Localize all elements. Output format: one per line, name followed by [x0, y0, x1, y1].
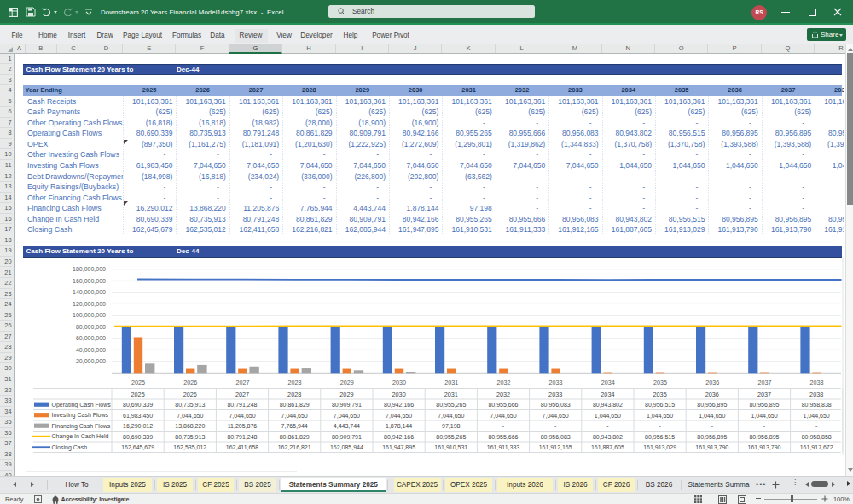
svg-text:161,913,029: 161,913,029 [643, 444, 676, 450]
svg-text:16,290,012: 16,290,012 [123, 423, 153, 429]
svg-text:80,956,895: 80,956,895 [749, 434, 779, 440]
svg-text:162,645,679: 162,645,679 [121, 444, 154, 450]
svg-text:7,044,650: 7,044,650 [543, 413, 569, 419]
svg-text:2030: 2030 [392, 379, 406, 386]
svg-text:80,791,248: 80,791,248 [227, 434, 257, 440]
svg-text:80,956,515: 80,956,515 [645, 402, 675, 408]
svg-text:80,956,515: 80,956,515 [645, 434, 675, 440]
svg-text:-: - [554, 423, 557, 429]
svg-text:80,956,083: 80,956,083 [541, 402, 571, 408]
svg-text:2035: 2035 [653, 379, 667, 386]
svg-text:80,956,895: 80,956,895 [749, 402, 779, 408]
svg-text:80,956,895: 80,956,895 [697, 402, 727, 408]
svg-text:120,000,000: 120,000,000 [73, 301, 106, 307]
svg-text:20,000,000: 20,000,000 [76, 358, 106, 364]
svg-text:162,535,012: 162,535,012 [173, 444, 206, 450]
svg-text:Financing Cash Flows: Financing Cash Flows [52, 423, 111, 430]
svg-text:1,044,650: 1,044,650 [595, 413, 621, 419]
svg-text:7,765,944: 7,765,944 [281, 423, 308, 429]
svg-text:80,958,858: 80,958,858 [802, 434, 832, 440]
svg-text:2033: 2033 [548, 391, 562, 398]
svg-text:2026: 2026 [183, 379, 197, 386]
svg-text:2036: 2036 [705, 379, 719, 386]
svg-text:1,044,650: 1,044,650 [699, 413, 725, 419]
svg-text:2037: 2037 [757, 391, 771, 398]
svg-text:2038: 2038 [810, 379, 824, 386]
svg-text:1,044,650: 1,044,650 [804, 413, 830, 419]
svg-text:80,909,791: 80,909,791 [332, 434, 362, 440]
svg-text:2031: 2031 [444, 391, 458, 398]
svg-text:80,791,248: 80,791,248 [227, 402, 257, 408]
svg-text:80,958,838: 80,958,838 [802, 402, 832, 408]
svg-text:161,917,672: 161,917,672 [800, 444, 833, 450]
svg-text:80,690,339: 80,690,339 [123, 434, 153, 440]
svg-text:161,913,790: 161,913,790 [695, 444, 728, 450]
svg-text:162,411,658: 162,411,658 [226, 444, 259, 450]
svg-text:Change In Cash Held: Change In Cash Held [52, 433, 109, 440]
svg-text:-: - [606, 423, 609, 429]
svg-text:1,878,144: 1,878,144 [386, 423, 412, 429]
svg-text:80,943,802: 80,943,802 [593, 434, 623, 440]
svg-text:2034: 2034 [601, 379, 615, 386]
svg-text:161,887,605: 161,887,605 [591, 444, 624, 450]
svg-text:-: - [502, 423, 505, 429]
svg-text:160,000,000: 160,000,000 [73, 278, 106, 284]
svg-text:11,205,876: 11,205,876 [228, 423, 258, 429]
svg-text:80,861,829: 80,861,829 [280, 434, 310, 440]
svg-text:7,044,650: 7,044,650 [229, 413, 255, 419]
svg-text:7,044,650: 7,044,650 [490, 413, 516, 419]
svg-text:2025: 2025 [131, 391, 144, 398]
svg-text:80,955,265: 80,955,265 [436, 402, 466, 408]
svg-text:80,942,166: 80,942,166 [384, 434, 414, 440]
svg-text:2027: 2027 [235, 391, 249, 398]
svg-text:162,216,821: 162,216,821 [278, 444, 311, 450]
svg-text:80,955,666: 80,955,666 [488, 434, 518, 440]
svg-text:7,044,650: 7,044,650 [386, 413, 412, 419]
svg-text:1,044,650: 1,044,650 [751, 413, 777, 419]
svg-text:2025: 2025 [131, 379, 145, 386]
svg-text:80,956,895: 80,956,895 [697, 434, 727, 440]
svg-text:61,983,450: 61,983,450 [123, 413, 153, 419]
svg-text:100,000,000: 100,000,000 [73, 312, 106, 318]
svg-text:80,956,083: 80,956,083 [541, 434, 571, 440]
svg-text:Operating Cash Flows: Operating Cash Flows [52, 402, 112, 408]
svg-text:2032: 2032 [496, 391, 510, 398]
svg-text:2035: 2035 [653, 391, 666, 398]
svg-text:2028: 2028 [287, 391, 301, 398]
svg-text:80,000,000: 80,000,000 [76, 324, 106, 330]
svg-text:60,000,000: 60,000,000 [76, 335, 106, 341]
svg-text:80,690,339: 80,690,339 [123, 402, 153, 408]
svg-text:40,000,000: 40,000,000 [76, 347, 106, 353]
svg-text:2036: 2036 [705, 391, 719, 398]
svg-text:140,000,000: 140,000,000 [73, 289, 106, 295]
svg-text:161,947,895: 161,947,895 [382, 444, 415, 450]
svg-text:2034: 2034 [601, 391, 614, 398]
svg-text:7,044,650: 7,044,650 [177, 413, 203, 419]
svg-text:80,955,265: 80,955,265 [436, 434, 466, 440]
svg-text:161,913,790: 161,913,790 [748, 444, 781, 450]
svg-text:80,955,666: 80,955,666 [488, 402, 518, 408]
svg-text:Closing Cash: Closing Cash [52, 444, 88, 451]
svg-text:-: - [815, 423, 818, 429]
svg-text:13,868,220: 13,868,220 [175, 423, 205, 429]
svg-text:161,911,333: 161,911,333 [487, 444, 520, 450]
svg-text:2030: 2030 [392, 391, 405, 398]
svg-text:2037: 2037 [757, 379, 771, 386]
svg-text:7,044,650: 7,044,650 [438, 413, 464, 419]
svg-text:2029: 2029 [340, 379, 354, 386]
svg-text:97,198: 97,198 [442, 423, 461, 429]
svg-text:2029: 2029 [339, 391, 353, 398]
svg-text:1,044,650: 1,044,650 [647, 413, 673, 419]
svg-text:162,085,944: 162,085,944 [330, 444, 363, 450]
svg-text:80,943,802: 80,943,802 [593, 402, 623, 408]
svg-text:80,909,791: 80,909,791 [332, 402, 362, 408]
svg-text:7,044,650: 7,044,650 [281, 413, 308, 419]
svg-text:80,735,913: 80,735,913 [175, 434, 205, 440]
svg-text:Investing Cash Flows: Investing Cash Flows [52, 412, 109, 419]
svg-text:180,000,000: 180,000,000 [73, 266, 106, 272]
svg-text:-: - [763, 423, 766, 429]
svg-text:161,912,165: 161,912,165 [539, 444, 572, 450]
svg-text:2026: 2026 [183, 391, 197, 398]
svg-text:2031: 2031 [444, 379, 458, 386]
svg-text:4,443,744: 4,443,744 [334, 423, 360, 429]
